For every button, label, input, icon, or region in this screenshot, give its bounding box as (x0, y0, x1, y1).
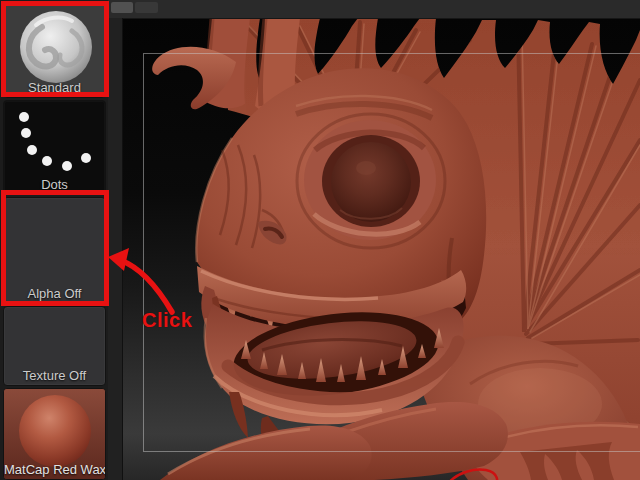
tray-handle-icon[interactable] (111, 2, 133, 13)
tray-handle-secondary-icon[interactable] (135, 2, 158, 13)
left-tray-divider (108, 18, 123, 480)
alpha-selector[interactable]: Alpha Off (3, 197, 106, 304)
brush-selector-standard[interactable]: Standard (3, 4, 106, 98)
stroke-selector-dots[interactable]: Dots (3, 100, 106, 195)
material-selector[interactable]: MatCap Red Wax (3, 388, 106, 480)
texture-selector[interactable]: Texture Off (3, 306, 106, 386)
texture-label: Texture Off (4, 368, 105, 384)
sculpt-canvas[interactable] (122, 18, 640, 480)
brush-label: Standard (4, 80, 105, 96)
zbrush-window: Standard Dots Alpha Off Texture Off (0, 0, 640, 480)
left-shelf: Standard Dots Alpha Off Texture Off (0, 0, 108, 480)
stroke-label: Dots (4, 177, 105, 193)
canvas-top-strip (108, 0, 640, 19)
alpha-label: Alpha Off (4, 286, 105, 302)
material-label: MatCap Red Wax (4, 462, 105, 478)
